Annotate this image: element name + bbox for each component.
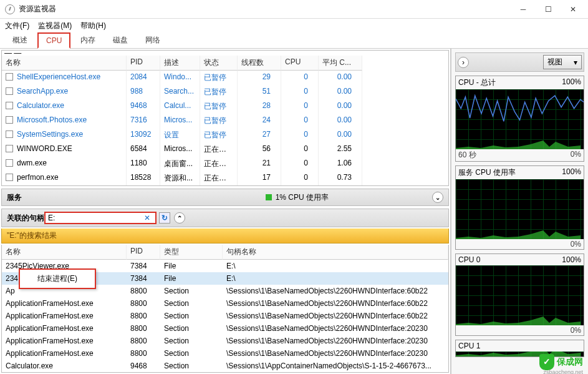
proc-status: 已暂停 <box>200 71 238 85</box>
tab-cpu[interactable]: CPU <box>37 32 70 49</box>
proc-col-pid[interactable]: PID <box>127 56 160 71</box>
process-checkbox[interactable] <box>6 130 13 138</box>
proc-status: 已暂停 <box>200 128 238 142</box>
services-section-header[interactable]: 服务 1% CPU 使用率 ⌄ <box>1 189 449 206</box>
view-dropdown-label: 视图 <box>547 57 562 67</box>
handle-name[interactable]: ApplicationFrameHost.exe <box>2 347 127 360</box>
handle-pid[interactable]: 9468 <box>127 372 160 373</box>
handle-name[interactable]: Calculator.exe <box>2 360 127 372</box>
handle-hname[interactable]: \Sessions\1\BaseNamedObjects\2260HWNDInt… <box>223 335 448 347</box>
handle-pid[interactable]: 8800 <box>127 310 160 322</box>
proc-col-name[interactable]: 名称 <box>2 56 127 71</box>
graph-scale-right: 0% <box>571 150 581 160</box>
proc-name[interactable]: Microsoft.Photos.exe <box>2 114 127 128</box>
handles-col-hname[interactable]: 句柄名称 <box>223 245 448 260</box>
tab-network[interactable]: 网络 <box>138 32 168 48</box>
handle-pid[interactable]: 7384 <box>127 272 160 285</box>
proc-col-cpu[interactable]: CPU <box>281 56 319 71</box>
handles-col-type[interactable]: 类型 <box>160 245 223 260</box>
clear-search-icon[interactable]: ✕ <box>142 214 153 222</box>
handle-type[interactable]: Section <box>160 372 223 373</box>
proc-name[interactable]: Calculator.exe <box>2 99 127 114</box>
process-checkbox[interactable] <box>6 145 13 152</box>
proc-desc: 资源和... <box>160 171 200 185</box>
minimize-button[interactable]: ─ <box>511 1 536 18</box>
handle-type[interactable]: Section <box>160 285 223 297</box>
process-checkbox[interactable] <box>6 174 13 181</box>
view-dropdown[interactable]: 视图 ▾ <box>543 55 582 69</box>
handle-type[interactable]: Section <box>160 322 223 335</box>
handle-pid[interactable]: 8800 <box>127 347 160 360</box>
handle-type[interactable]: File <box>160 272 223 285</box>
handles-search-input[interactable] <box>48 214 142 222</box>
refresh-search-button[interactable]: ↻ <box>159 212 170 224</box>
handles-collapse-button[interactable]: ⌃ <box>174 212 185 224</box>
process-checkbox[interactable] <box>6 159 13 167</box>
handle-pid[interactable]: 8800 <box>127 335 160 347</box>
process-checkbox[interactable] <box>6 116 13 124</box>
app-icon <box>5 4 15 14</box>
menu-help[interactable]: 帮助(H) <box>80 21 106 31</box>
proc-col-status[interactable]: 状态 <box>200 56 238 71</box>
handle-pid[interactable]: 8800 <box>127 297 160 310</box>
handle-type[interactable]: Section <box>160 347 223 360</box>
proc-threads: 21 <box>238 157 281 171</box>
menu-monitor[interactable]: 监视器(M) <box>38 21 72 31</box>
handle-name[interactable]: Calculator.exe <box>2 372 127 373</box>
handle-pid[interactable]: 9468 <box>127 360 160 372</box>
proc-col-threads[interactable]: 线程数 <box>238 56 281 71</box>
handle-name[interactable]: ApplicationFrameHost.exe <box>2 335 127 347</box>
proc-avg: 0.00 <box>319 114 362 128</box>
handle-hname[interactable]: E:\ <box>223 260 448 272</box>
handles-search-box[interactable]: ✕ <box>44 212 157 224</box>
right-panel-expand-button[interactable]: › <box>458 57 469 68</box>
services-expand-button[interactable]: ⌄ <box>432 192 443 203</box>
maximize-button[interactable]: ☐ <box>536 1 561 18</box>
handle-hname[interactable]: \Sessions\1\AppContainerNamedObjects\S-1… <box>223 360 448 372</box>
graph-pct: 100% <box>562 77 581 88</box>
proc-name[interactable]: perfmon.exe <box>2 171 127 185</box>
handles-col-pid[interactable]: PID <box>127 245 160 260</box>
handle-pid[interactable]: 8800 <box>127 285 160 297</box>
handle-name[interactable]: ApplicationFrameHost.exe <box>2 322 127 335</box>
handle-name[interactable]: ApplicationFrameHost.exe <box>2 297 127 310</box>
handle-hname[interactable]: \Sessions\1\BaseNamedObjects\2260HWNDInt… <box>223 310 448 322</box>
handle-hname[interactable]: \Sessions\1\BaseNamedObjects\2260HWNDInt… <box>223 285 448 297</box>
menu-file[interactable]: 文件(F) <box>5 21 29 31</box>
proc-avg: 0.00 <box>319 85 362 99</box>
proc-threads: 56 <box>238 142 281 157</box>
handle-type[interactable]: Section <box>160 360 223 372</box>
handle-pid[interactable]: 7384 <box>127 260 160 272</box>
handle-hname[interactable]: E:\ <box>223 272 448 285</box>
graph-title: 服务 CPU 使用率 <box>458 167 516 178</box>
proc-name[interactable]: WINWORD.EXE <box>2 142 127 157</box>
proc-col-desc[interactable]: 描述 <box>160 56 200 71</box>
handle-name[interactable]: ApplicationFrameHost.exe <box>2 310 127 322</box>
proc-name[interactable]: SystemSettings.exe <box>2 128 127 142</box>
handle-hname[interactable]: \Sessions\1\BaseNamedObjects\2260HWNDInt… <box>223 347 448 360</box>
process-checkbox[interactable] <box>6 73 13 81</box>
close-button[interactable]: ✕ <box>561 1 586 18</box>
proc-name[interactable]: dwm.exe <box>2 157 127 171</box>
tab-disk[interactable]: 磁盘 <box>105 32 135 48</box>
handle-type[interactable]: File <box>160 260 223 272</box>
handle-type[interactable]: Section <box>160 335 223 347</box>
context-menu-end-process[interactable]: 结束进程(E) <box>19 268 96 289</box>
proc-pid: 18528 <box>127 171 160 185</box>
proc-threads: 24 <box>238 114 281 128</box>
tab-overview[interactable]: 概述 <box>5 32 35 48</box>
proc-name[interactable]: SearchApp.exe <box>2 85 127 99</box>
tab-memory[interactable]: 内存 <box>73 32 103 48</box>
proc-name[interactable]: ShellExperienceHost.exe <box>2 71 127 85</box>
handle-hname[interactable]: \Sessions\1\BaseNamedObjects\2260HWNDInt… <box>223 322 448 335</box>
handle-type[interactable]: Section <box>160 310 223 322</box>
processes-header-stub: — — <box>2 51 448 56</box>
handles-col-name[interactable]: 名称 <box>2 245 127 260</box>
handle-hname[interactable]: \Sessions\1\AppContainerNamedObjects\S-1… <box>223 372 448 373</box>
handle-type[interactable]: Section <box>160 297 223 310</box>
proc-col-avg[interactable]: 平均 C... <box>319 56 362 71</box>
process-checkbox[interactable] <box>6 102 13 109</box>
process-checkbox[interactable] <box>6 87 13 95</box>
handle-hname[interactable]: \Sessions\1\BaseNamedObjects\2260HWNDInt… <box>223 297 448 310</box>
handle-pid[interactable]: 8800 <box>127 322 160 335</box>
